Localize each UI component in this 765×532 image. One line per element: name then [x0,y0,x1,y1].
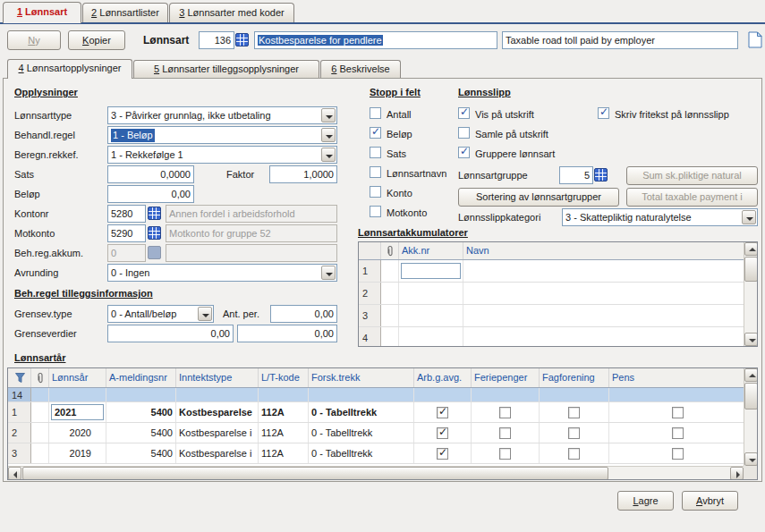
checkbox-lonnsartnavn[interactable] [370,166,381,178]
forsktrekk-cell[interactable]: 0 - Tabelltrekk [309,423,414,443]
checkbox-vis-pa-utskrift[interactable] [458,107,470,119]
ltkode-cell[interactable]: 112A [259,402,309,422]
year-cell[interactable]: 2020 [49,423,106,443]
year-cell[interactable]: 2019 [49,443,106,463]
checkbox-samle-pa-utskrift[interactable] [458,127,470,139]
fagforening-checkbox[interactable] [568,407,580,418]
scroll-down-arrow[interactable] [744,452,758,466]
inntektstype-cell[interactable]: Kostbesparelse i [176,423,259,443]
checkbox-konto[interactable] [370,186,381,198]
scroll-down-arrow[interactable] [744,333,758,346]
tab-tilleggsopplysninger[interactable]: 5 Lønnsarter tilleggsopplysninger [133,60,319,78]
year-cell[interactable]: 2021 [49,402,106,422]
motkonto-field[interactable]: 5290 [107,224,146,242]
sats-field[interactable]: 0,0000 [107,165,194,183]
arbgavg-cell[interactable] [414,402,472,422]
navn-cell[interactable] [463,260,745,282]
pens-cell[interactable] [609,423,745,443]
selected-empty-row[interactable]: 14 [8,388,757,402]
lonnsartar-row[interactable]: 2 2020 5400 Kostbesparelse i 112A 0 - Ta… [8,423,757,443]
kontonr-field[interactable]: 5280 [107,205,146,223]
lonnsslippkategori-combo[interactable]: 3 - Skattepliktig naturalytelse [562,208,758,226]
ameldingsnr-cell[interactable]: 5400 [106,402,176,422]
tab-lonnsart[interactable]: 1 Lønnsart [3,2,81,23]
col-header-fagforening[interactable]: Fagforening [540,368,609,387]
pens-checkbox[interactable] [672,407,684,418]
feriepenger-checkbox[interactable] [499,448,511,460]
lonnsartgruppe-lookup-icon[interactable] [594,168,608,182]
feriepenger-cell[interactable] [472,402,540,422]
akkumulator-row[interactable]: 3 [359,305,757,327]
lonnsartar-row[interactable]: 3 2019 5400 Kostbesparelse i 112A 0 - Ta… [8,443,757,464]
akknr-cell[interactable] [399,305,463,326]
tab-lonnsarter-med-koder[interactable]: 3 Lønnsarter med koder [169,3,294,22]
fagforening-checkbox[interactable] [568,427,580,439]
tab-beskrivelse[interactable]: 6 Beskrivelse [320,60,401,78]
scrollbar-thumb[interactable] [744,257,758,282]
arbgavg-cell[interactable] [414,443,472,463]
navn-cell[interactable] [463,283,745,304]
checkbox-motkonto[interactable] [370,206,381,217]
scroll-up-arrow[interactable] [744,242,758,256]
arbgavg-checkbox[interactable] [437,407,448,418]
feriepenger-cell[interactable] [472,443,540,463]
inntektstype-cell[interactable]: Kostbesparelse [176,402,259,422]
lonnsartar-row[interactable]: 1 2021 5400 Kostbesparelse 112A 0 - Tabe… [8,402,757,423]
lonnsart-name-field[interactable]: Kostbesparelse for pendlere [254,31,497,49]
ltkode-cell[interactable]: 112A [259,423,309,443]
lonnsarttype-combo[interactable]: 3 - Påvirker grunnlag, ikke utbetaling [107,106,337,124]
faktor-field[interactable]: 1,0000 [269,165,337,183]
cancel-button[interactable]: Avbryt [682,491,738,511]
scroll-up-arrow[interactable] [744,368,758,382]
behandl-regel-combo[interactable]: 1 - Beløp [107,126,337,144]
tab-lonnsartlister[interactable]: 2 Lønnsartlister [82,3,168,22]
scroll-left-arrow[interactable] [8,467,21,480]
grenseverdi-2-field[interactable]: 0,00 [237,325,337,342]
feriepenger-cell[interactable] [472,423,540,443]
year-combo[interactable]: 2021 [51,404,104,420]
col-header-lonnsar[interactable]: Lønnsår [49,368,106,387]
lonnsartar-horizontal-scrollbar[interactable] [8,466,744,479]
arbgavg-checkbox[interactable] [437,427,448,439]
avrunding-combo[interactable]: 0 - Ingen [107,264,337,282]
akkumulator-row[interactable]: 4 [359,327,757,347]
lonnsartar-vertical-scrollbar[interactable] [744,368,757,466]
beregn-rekkef-combo[interactable]: 1 - Rekkefølge 1 [107,146,337,164]
ameldingsnr-cell[interactable]: 5400 [106,423,176,443]
akkumulator-row[interactable]: 1 [359,260,757,283]
checkbox-skriv-fritekst[interactable] [598,107,609,119]
checkbox-gruppere-lonnsart[interactable] [458,147,470,158]
new-button[interactable]: Ny [7,30,61,50]
ant-per-field[interactable]: 0,00 [270,305,337,323]
fagforening-cell[interactable] [540,402,609,422]
lonnsart-lookup-icon[interactable] [235,33,249,46]
akkumulatorer-vertical-scrollbar[interactable] [744,242,757,346]
navn-cell[interactable] [463,305,745,326]
col-header-arbgavg[interactable]: Arb.g.avg. [414,368,472,387]
feriepenger-checkbox[interactable] [499,407,511,418]
grenseverdi-1-field[interactable]: 0,00 [107,325,234,342]
total-taxable-button[interactable]: Total taxable payment i [626,188,758,207]
scroll-right-arrow[interactable] [730,467,744,480]
filter-icon[interactable] [8,368,31,387]
akknr-cell[interactable] [399,260,463,282]
col-header-pens[interactable]: Pens [609,368,745,387]
checkbox-sats[interactable] [370,147,381,158]
col-header-ameldingsnr[interactable]: A-meldingsnr [106,368,176,387]
arbgavg-checkbox[interactable] [437,448,448,460]
col-header-feriepenger[interactable]: Feriepenger [472,368,540,387]
kontonr-lookup-icon[interactable] [148,207,161,220]
tab-lonnsartopplysninger[interactable]: 4 Lønnsartopplysninger [7,59,132,79]
akknr-combo[interactable] [401,263,461,279]
lonnsartgruppe-field[interactable]: 5 [559,166,593,184]
scrollbar-thumb[interactable] [22,467,608,480]
col-header-forsktrekk[interactable]: Forsk.trekk [309,368,414,387]
forsktrekk-cell[interactable]: 0 - Tabelltrekk [309,402,414,422]
note-icon[interactable] [748,31,762,50]
checkbox-belop[interactable] [370,127,381,139]
forsktrekk-cell[interactable]: 0 - Tabelltrekk [309,443,414,463]
inntektstype-cell[interactable]: Kostbesparelse i [176,443,259,463]
scrollbar-thumb[interactable] [744,383,758,410]
pens-cell[interactable] [609,443,745,463]
belop-field[interactable]: 0,00 [107,185,194,203]
